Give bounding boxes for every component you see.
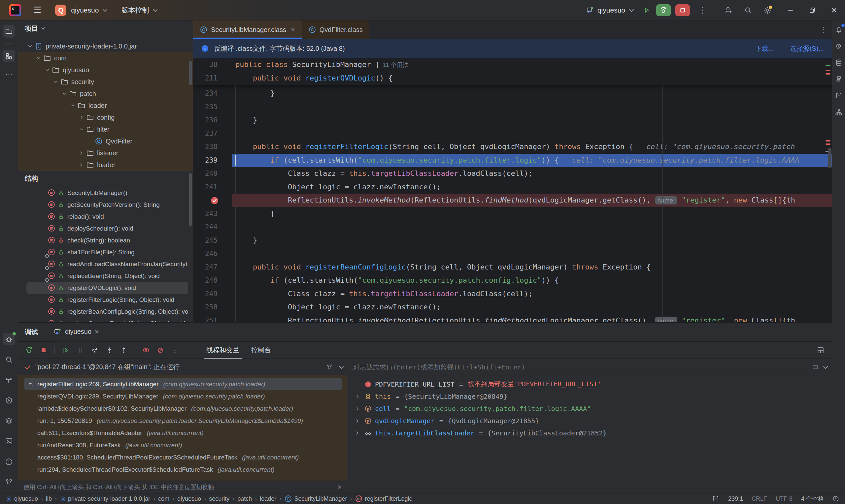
close-icon[interactable]: ×	[823, 0, 845, 20]
editor-tab[interactable]: CSecurityLibManager.class×	[193, 20, 302, 39]
variable-row[interactable]: this.targetLibClassLoader={SecurityLibCl…	[347, 427, 832, 439]
code-text[interactable]: ReflectionUtils.invokeMethod(ReflectionU…	[232, 314, 832, 323]
gutter[interactable]: 236	[193, 113, 232, 127]
find-toolwindow[interactable]	[3, 353, 15, 366]
gutter[interactable]: 251	[193, 314, 232, 323]
code-line[interactable]: 211 public void registerQVDLogic() {	[193, 72, 832, 85]
breadcrumb-item[interactable]: CSecurityLibManager	[284, 495, 347, 503]
brackets-dots-icon[interactable]	[712, 495, 720, 503]
breadcrumb-item[interactable]: patch	[237, 496, 252, 502]
gutter[interactable]: 250	[193, 301, 232, 314]
code-line[interactable]: 250 Object logic = clazz.newInstance();	[193, 301, 832, 314]
structure-toolwindow[interactable]	[3, 50, 15, 62]
project-panel-header[interactable]: 项目	[18, 20, 193, 36]
vcs-widget[interactable]: 版本控制	[121, 6, 149, 15]
scrollbar-thumb[interactable]	[189, 173, 192, 226]
code-line[interactable]: 245 }	[193, 234, 832, 247]
filter-funnel-icon[interactable]	[326, 363, 333, 371]
code-line[interactable]: 240 Class clazz = this.targetLibClassLoa…	[193, 167, 832, 180]
chevron-right-icon[interactable]	[354, 393, 361, 400]
chevron-down-icon[interactable]	[60, 89, 69, 98]
project-toolwindow[interactable]	[3, 25, 15, 38]
tree-item[interactable]: loader	[18, 159, 193, 171]
structure-item[interactable]: mregisterQVDLogic(): void	[27, 282, 188, 294]
tree-item[interactable]: CQvdFilter	[18, 135, 193, 147]
debug-resume-icon[interactable]	[642, 6, 650, 15]
gutter[interactable]: 211	[193, 72, 232, 85]
code-text[interactable]: }	[232, 207, 832, 221]
step-over-icon[interactable]	[89, 345, 100, 356]
debug-toolwindow[interactable]	[3, 333, 15, 345]
structure-item[interactable]: mregisterBeanConfigLogic(String, Object)…	[27, 306, 188, 318]
editor-scrollbar-thumb[interactable]	[828, 148, 831, 168]
structure-item[interactable]: mcheck(String): boolean	[27, 235, 188, 246]
inline-watch-icon[interactable]	[812, 364, 818, 371]
more-toolwindows[interactable]	[3, 68, 15, 81]
code-line[interactable]: 241 Object logic = clazz.newInstance();	[193, 180, 832, 194]
variable-row[interactable]: pcell="com.qiyuesuo.security.patch.filte…	[347, 402, 832, 415]
gutter[interactable]: 235	[193, 100, 232, 114]
stop-button[interactable]	[675, 4, 690, 16]
code-line[interactable]: 237	[193, 127, 832, 141]
debug-view-tab[interactable]: 线程和变量	[200, 342, 245, 359]
structure-item[interactable]: msha1ForFile(File): String	[27, 246, 188, 258]
gutter[interactable]: 247	[193, 260, 232, 274]
breadcrumb-item[interactable]: com	[158, 496, 169, 502]
variable-row[interactable]: this={SecurityLibManager@20849}	[347, 390, 832, 402]
breadcrumb-item[interactable]: private-security-loader-1.0.0.jar	[60, 496, 150, 502]
code-text[interactable]	[232, 127, 832, 141]
run-config-name[interactable]: qiyuesuo	[597, 6, 625, 14]
tree-item[interactable]: loader	[18, 100, 193, 111]
chevron-down-icon[interactable]	[43, 66, 52, 74]
structure-item[interactable]: mdeployScheduler(): void	[27, 223, 188, 235]
chevron-down-icon[interactable]	[103, 7, 107, 12]
build-toolwindow[interactable]	[3, 374, 15, 386]
code-text[interactable]: }	[232, 113, 832, 127]
stack-frame[interactable]: run:-1, 1505720819(com.qiyuesuo.security…	[24, 415, 342, 427]
tree-item[interactable]: com	[18, 52, 193, 64]
tree-item[interactable]: security	[18, 76, 193, 88]
scrollbar-thumb[interactable]	[189, 61, 192, 85]
rerun-icon[interactable]	[23, 345, 35, 356]
code-text[interactable]: Class clazz = this.targetLibClassLoader.…	[232, 287, 832, 301]
code-text[interactable]: public void registerQVDLogic() {	[232, 72, 832, 85]
structure-panel-header[interactable]: 结构	[18, 171, 193, 186]
tree-item[interactable]: patch	[18, 88, 193, 100]
tree-item[interactable]: qiyuesuo	[18, 64, 193, 76]
code-line[interactable]: 243 }	[193, 207, 832, 221]
code-editor[interactable]: 234 }235236 }237238 public void register…	[193, 58, 832, 322]
terminal-toolwindow[interactable]	[3, 435, 15, 448]
chevron-down-icon[interactable]	[69, 101, 77, 110]
settings-gear-icon[interactable]	[763, 6, 772, 15]
gutter[interactable]: 244	[193, 220, 232, 234]
stack-frame[interactable]: registerFilterLogic:259, SecurityLibMana…	[24, 378, 342, 390]
gutter[interactable]: 243	[193, 207, 232, 221]
pause-icon[interactable]	[75, 345, 86, 356]
chevron-down-icon[interactable]	[823, 364, 828, 368]
variable-row[interactable]: pqvdLogicManager={QvdLogicManager@21855}	[347, 415, 832, 427]
gutter[interactable]: 241	[193, 180, 232, 194]
breadcrumb-item[interactable]: qiyuesuo	[177, 496, 201, 502]
code-line[interactable]: 38public class SecurityLibManager { 11 个…	[193, 58, 832, 72]
gutter[interactable]: 249	[193, 287, 232, 301]
structure-item[interactable]: mgetSecurityPatchVersion(): String	[27, 199, 188, 211]
breadcrumb-item[interactable]: mregisterFilterLogic	[355, 495, 412, 503]
ide-errors-icon[interactable]	[832, 496, 839, 502]
structure-item[interactable]: mregisterFilterLogic(String, Object): vo…	[27, 294, 188, 306]
close-icon[interactable]: ×	[95, 327, 99, 336]
breadcrumb-item[interactable]: loader	[260, 496, 276, 502]
code-line[interactable]: ReflectionUtils.invokeMethod(ReflectionU…	[193, 194, 832, 207]
gutter[interactable]	[193, 194, 232, 207]
status-widget[interactable]: 4 个空格	[801, 495, 824, 503]
more-v-icon[interactable]	[169, 345, 180, 356]
choose-sources-link[interactable]: 选择源(S)...	[790, 44, 824, 53]
endpoints-toolwindow[interactable]	[833, 90, 845, 102]
code-text[interactable]: ReflectionUtils.invokeMethod(ReflectionU…	[232, 194, 832, 207]
project-avatar[interactable]: Q	[55, 5, 66, 16]
status-widget[interactable]: UTF-8	[776, 496, 793, 502]
code-text[interactable]: if (cell.startsWith("com.qiyuesuo.securi…	[232, 154, 832, 167]
chevron-down-icon[interactable]	[339, 364, 344, 368]
chevron-down-icon[interactable]	[26, 42, 34, 51]
stack-frame[interactable]: registerQVDLogic:239, SecurityLibManager…	[24, 390, 342, 402]
services-toolwindow[interactable]	[3, 394, 15, 407]
